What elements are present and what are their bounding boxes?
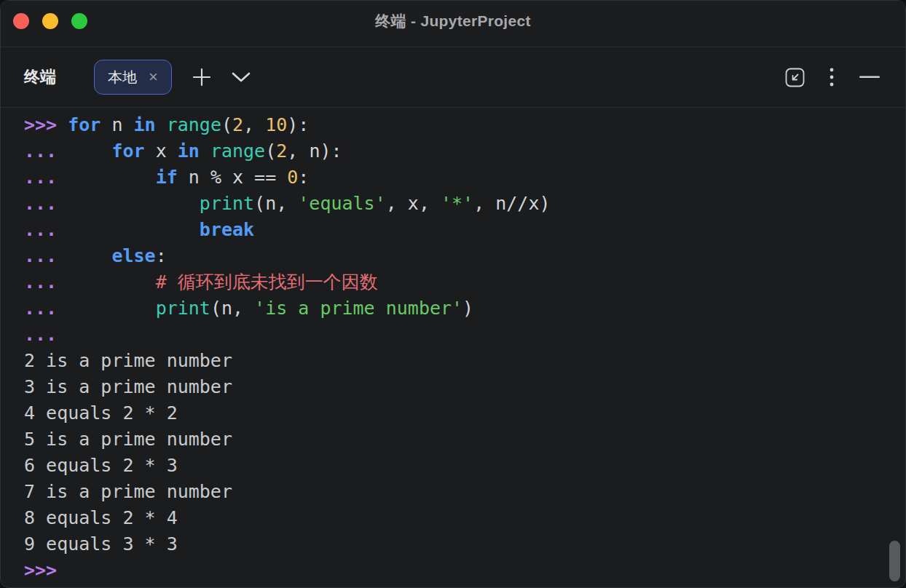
code-segment-p: ...: [24, 245, 57, 266]
code-segment-t: , n):: [287, 140, 342, 162]
code-segment-p: ...: [24, 271, 57, 293]
code-segment-k: if: [156, 167, 178, 188]
code-segment-p: ...: [24, 193, 57, 214]
terminal-line: >>>: [24, 557, 905, 584]
terminal-line: 5 is a prime number: [24, 426, 905, 453]
tab-dropdown-button[interactable]: [229, 66, 253, 88]
tab-bar: 终端 本地 ×: [1, 47, 905, 108]
code-segment-t: [57, 298, 155, 319]
code-segment-k: in: [134, 114, 156, 135]
tab-title: 本地: [108, 68, 137, 87]
code-segment-k: in: [178, 140, 200, 162]
code-segment-t: [57, 219, 200, 240]
code-segment-f: print: [200, 193, 254, 214]
code-segment-n: 10: [265, 114, 287, 135]
terminal-line: 3 is a prime number: [24, 374, 905, 400]
code-segment-t: ): [462, 298, 473, 319]
code-segment-p: ...: [24, 324, 57, 345]
code-segment-t: ):: [287, 114, 309, 135]
code-segment-k: for: [111, 140, 144, 162]
code-segment-p: ...: [24, 298, 57, 319]
code-segment-t: [57, 167, 155, 188]
chevron-down-icon: [231, 71, 251, 83]
code-segment-o: 9 equals 3 * 3: [24, 533, 178, 555]
code-segment-t: [156, 114, 167, 135]
more-options-button[interactable]: [830, 68, 834, 87]
plus-icon: [192, 67, 212, 87]
code-segment-k: else: [111, 245, 155, 266]
terminal-output[interactable]: >>> for n in range(2, 10):... for x in r…: [1, 108, 905, 588]
code-segment-p: ...: [24, 167, 57, 188]
code-segment-t: (n,: [210, 298, 254, 319]
terminal-line: ... if n % x == 0:: [24, 164, 905, 191]
code-segment-t: :: [298, 167, 309, 188]
terminal-line: 8 equals 2 * 4: [24, 505, 905, 531]
window-action-icons: [785, 68, 881, 87]
code-segment-t: [200, 140, 210, 162]
code-segment-t: :: [156, 245, 167, 266]
terminal-line: 4 equals 2 * 2: [24, 400, 905, 426]
code-segment-t: [57, 245, 111, 266]
code-segment-n: 2: [232, 114, 243, 135]
code-segment-o: 4 equals 2 * 2: [24, 402, 178, 424]
code-segment-t: n: [101, 114, 133, 135]
terminal-line: ... # 循环到底未找到一个因数: [24, 269, 905, 295]
tab-local[interactable]: 本地 ×: [94, 60, 172, 95]
code-segment-p: ...: [24, 219, 57, 240]
terminal-line: >>> for n in range(2, 10):: [24, 112, 905, 138]
pane-label: 终端: [24, 66, 56, 88]
code-segment-t: ,: [243, 114, 265, 135]
minimize-dash-icon: [859, 75, 881, 79]
terminal-line: ... else:: [24, 243, 905, 269]
close-tab-icon[interactable]: ×: [149, 69, 158, 85]
code-segment-t: (n,: [254, 193, 298, 214]
new-tab-button[interactable]: [191, 66, 213, 88]
scrollbar-thumb[interactable]: [889, 541, 900, 581]
kebab-icon: [830, 68, 834, 87]
code-segment-t: , x,: [386, 193, 441, 214]
code-segment-s: 'equals': [298, 193, 385, 214]
terminal-line: ... print(n, 'equals', x, '*', n//x): [24, 191, 905, 217]
code-segment-k: for: [68, 114, 101, 135]
code-segment-t: x: [145, 140, 178, 162]
code-segment-p: ...: [24, 140, 57, 162]
terminal-line: 2 is a prime number: [24, 348, 905, 374]
code-segment-o: 5 is a prime number: [24, 429, 232, 450]
code-segment-k: break: [200, 219, 254, 240]
code-segment-o: 6 equals 2 * 3: [24, 455, 178, 476]
terminal-window: 终端 - JupyterProject 终端 本地 ×: [0, 0, 906, 588]
window-title: 终端 - JupyterProject: [1, 11, 905, 31]
minimize-pane-button[interactable]: [859, 75, 881, 79]
code-segment-s: '*': [441, 193, 473, 214]
terminal-line: ... break: [24, 217, 905, 243]
code-segment-p: >>>: [24, 114, 68, 135]
terminal-line: ... print(n, 'is a prime number'): [24, 295, 905, 322]
code-segment-t: , n//x): [473, 193, 550, 214]
code-segment-t: (: [265, 140, 276, 162]
code-segment-p: >>>: [24, 560, 57, 581]
code-segment-f: range: [167, 114, 221, 135]
terminal-line: ...: [24, 322, 905, 348]
code-segment-n: 0: [287, 167, 298, 188]
code-segment-t: [57, 140, 111, 162]
code-segment-o: 7 is a prime number: [24, 481, 232, 502]
restore-pane-button[interactable]: [785, 68, 805, 87]
restore-icon: [785, 68, 805, 87]
code-segment-t: [57, 193, 200, 214]
code-segment-o: 2 is a prime number: [24, 350, 232, 371]
code-segment-f: print: [156, 298, 210, 319]
terminal-line: 6 equals 2 * 3: [24, 453, 905, 479]
code-segment-s: 'is a prime number': [254, 298, 462, 319]
code-segment-f: range: [210, 140, 265, 162]
terminal-line: 7 is a prime number: [24, 479, 905, 505]
code-segment-n: 2: [276, 140, 287, 162]
terminal-line: 9 equals 3 * 3: [24, 531, 905, 557]
code-segment-t: n % x ==: [178, 167, 288, 188]
code-segment-o: 3 is a prime number: [24, 376, 232, 397]
code-segment-t: [57, 271, 155, 293]
code-segment-c: # 循环到底未找到一个因数: [156, 271, 378, 293]
terminal-line: ... for x in range(2, n):: [24, 138, 905, 164]
title-bar: 终端 - JupyterProject: [1, 1, 905, 47]
code-segment-o: 8 equals 2 * 4: [24, 507, 178, 528]
code-segment-t: (: [221, 114, 232, 135]
